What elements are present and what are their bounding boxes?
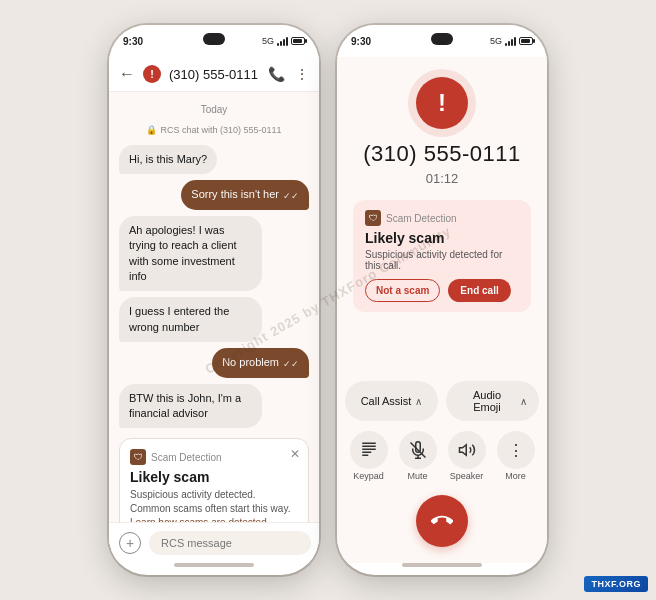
learn-more-link[interactable]: Learn how scams are detected — [130, 517, 267, 522]
notch-1 — [203, 33, 225, 45]
phone-call: 9:30 5G ! (310) 555-0111 01:12 — [337, 25, 547, 575]
scam-shield-icon: 🛡 — [130, 449, 146, 465]
tick-2: ✓✓ — [283, 190, 299, 203]
battery-2 — [519, 37, 533, 45]
message-3: Ah apologies! I was trying to reach a cl… — [119, 216, 262, 292]
message-text-1: Hi, is this Mary? — [129, 153, 207, 165]
back-button[interactable]: ← — [119, 65, 135, 83]
svg-marker-3 — [459, 445, 466, 456]
chat-date: Today — [119, 104, 309, 115]
call-assist-chevron: ∧ — [415, 396, 422, 407]
mute-button[interactable]: Mute — [396, 431, 439, 481]
call-scam-label: Scam Detection — [386, 213, 457, 224]
home-bar-2 — [402, 563, 482, 567]
home-bar-1 — [174, 563, 254, 567]
call-scam-shield-icon: 🛡 — [365, 210, 381, 226]
add-button[interactable]: + — [119, 532, 141, 554]
chat-header: ← ! (310) 555-0111 📞 ⋮ — [109, 57, 319, 92]
keypad-button[interactable]: Keypad — [347, 431, 390, 481]
message-text-5: No problem — [222, 355, 279, 370]
end-call-button[interactable] — [416, 495, 468, 547]
speaker-button[interactable]: Speaker — [445, 431, 488, 481]
chat-header-actions: 📞 ⋮ — [268, 66, 309, 82]
scam-desc-text: Suspicious activity detected. Common sca… — [130, 489, 290, 514]
signal-bars-2 — [505, 36, 516, 46]
mute-icon — [399, 431, 437, 469]
bar2 — [280, 41, 282, 46]
message-6: BTW this is John, I'm a financial adviso… — [119, 384, 262, 429]
phone-messages: 9:30 5G ← ! (310) 555-0111 — [109, 25, 319, 575]
audio-emoji-label: Audio Emoji — [458, 389, 516, 413]
call-scam-header: 🛡 Scam Detection — [365, 210, 519, 226]
messages-screen: ← ! (310) 555-0111 📞 ⋮ Today 🔒 RCS chat … — [109, 57, 319, 563]
5g-label-2: 5G — [490, 36, 502, 46]
end-call-container — [337, 485, 547, 563]
bar3 — [283, 39, 285, 46]
scam-close-button[interactable]: ✕ — [290, 447, 300, 461]
bar4b — [514, 37, 516, 46]
more-label: More — [505, 471, 526, 481]
chat-input-bar: + 😊 ⊞ 🎤 — [109, 522, 319, 563]
scam-description: Suspicious activity detected. Common sca… — [130, 488, 298, 522]
call-timer: 01:12 — [426, 171, 459, 186]
call-assist-button[interactable]: Call Assist ∧ — [345, 381, 438, 421]
message-2: Sorry this isn't her ✓✓ — [181, 180, 309, 209]
rcs-label-text: RCS chat with (310) 555-0111 — [160, 125, 281, 135]
scam-detection-card: 🛡 Scam Detection ✕ Likely scam Suspiciou… — [119, 438, 309, 522]
notch-2 — [431, 33, 453, 45]
rcs-label: 🔒 RCS chat with (310) 555-0111 — [119, 125, 309, 135]
bar4 — [286, 37, 288, 46]
message-text-4: I guess I entered the wrong number — [129, 305, 229, 332]
scam-title: Likely scam — [130, 469, 298, 485]
message-text-2: Sorry this isn't her — [191, 187, 279, 202]
audio-emoji-button[interactable]: Audio Emoji ∧ — [446, 381, 539, 421]
bar2b — [508, 41, 510, 46]
battery-fill-1 — [293, 39, 302, 43]
keypad-icon — [350, 431, 388, 469]
tick-5: ✓✓ — [283, 358, 299, 371]
screenshot-container: Copyright 2025 by THXForo Community 9:30… — [0, 0, 656, 600]
status-icons-1: 5G — [262, 36, 305, 46]
call-screen: ! (310) 555-0111 01:12 🛡 Scam Detection … — [337, 57, 547, 563]
call-info: ! (310) 555-0111 01:12 🛡 Scam Detection … — [337, 57, 547, 381]
warning-icon: ! — [143, 65, 161, 83]
more-icon[interactable]: ⋮ — [295, 66, 309, 82]
call-icon[interactable]: 📞 — [268, 66, 285, 82]
call-number: (310) 555-0111 — [363, 141, 520, 167]
call-not-scam-button[interactable]: Not a scam — [365, 279, 440, 302]
status-bar-1: 9:30 5G — [109, 25, 319, 57]
message-text-3: Ah apologies! I was trying to reach a cl… — [129, 224, 237, 282]
call-scam-actions: Not a scam End call — [365, 279, 519, 302]
chat-title: (310) 555-0111 — [169, 67, 260, 82]
mute-label: Mute — [407, 471, 427, 481]
status-bar-2: 9:30 5G — [337, 25, 547, 57]
lock-icon: 🔒 — [146, 125, 157, 135]
scam-detection-label: Scam Detection — [151, 452, 222, 463]
end-call-scam-button[interactable]: End call — [448, 279, 510, 302]
chat-body: Today 🔒 RCS chat with (310) 555-0111 Hi,… — [109, 92, 319, 522]
status-icons-2: 5G — [490, 36, 533, 46]
call-scam-card: 🛡 Scam Detection Likely scam Suspicious … — [353, 200, 531, 312]
scam-card-header: 🛡 Scam Detection — [130, 449, 298, 465]
call-scam-description: Suspicious activity detected for this ca… — [365, 249, 519, 271]
end-call-icon — [431, 510, 453, 532]
battery-1 — [291, 37, 305, 45]
signal-bars-1 — [277, 36, 288, 46]
keypad-label: Keypad — [353, 471, 384, 481]
more-button[interactable]: ⋮ More — [494, 431, 537, 481]
audio-emoji-chevron: ∧ — [520, 396, 527, 407]
message-text-6: BTW this is John, I'm a financial adviso… — [129, 392, 241, 419]
speaker-icon — [448, 431, 486, 469]
message-input[interactable] — [149, 531, 311, 555]
call-keypad-grid: Keypad Mute Speaker ⋮ More — [337, 427, 547, 485]
speaker-label: Speaker — [450, 471, 484, 481]
time-2: 9:30 — [351, 36, 371, 47]
call-scam-title: Likely scam — [365, 230, 519, 246]
bar1b — [505, 43, 507, 46]
thxforg-badge: THXF.ORG — [584, 576, 648, 592]
message-5: No problem ✓✓ — [212, 348, 309, 377]
bar1 — [277, 43, 279, 46]
message-4: I guess I entered the wrong number — [119, 297, 262, 342]
5g-label-1: 5G — [262, 36, 274, 46]
battery-fill-2 — [521, 39, 530, 43]
